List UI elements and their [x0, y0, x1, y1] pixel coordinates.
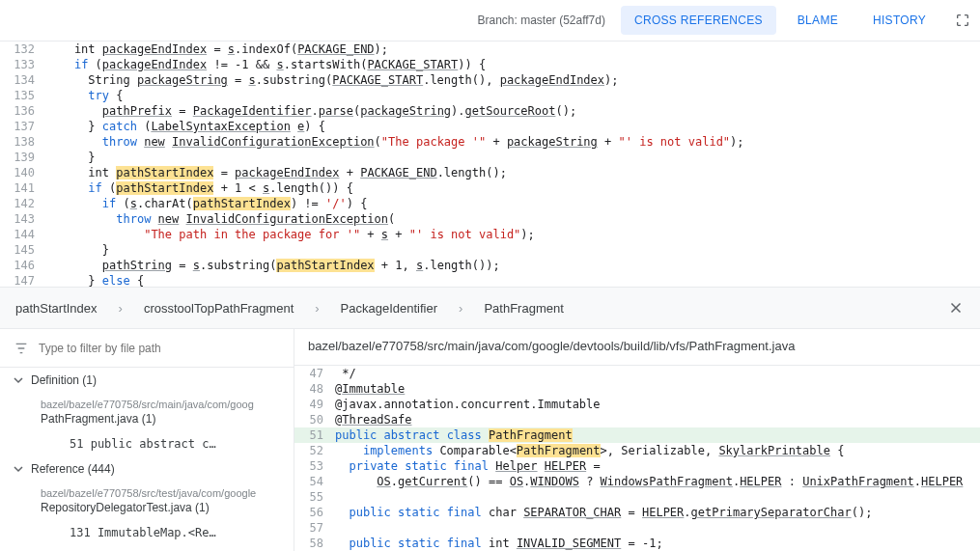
tab-blame[interactable]: BLAME [784, 6, 852, 35]
tree-section-definition[interactable]: Definition (1) [0, 368, 294, 393]
line-number: 134 [0, 72, 46, 88]
references-tree[interactable]: Definition (1) bazel/bazel/e770758/src/m… [0, 368, 294, 545]
detail-panel: bazel/bazel/e770758/src/main/java/com/go… [294, 329, 980, 551]
code-line: } catch (LabelSyntaxException e) { [46, 119, 325, 134]
tree-leaf[interactable]: 131 ImmutableMap.<Re… [0, 520, 294, 545]
line-number: 142 [0, 196, 46, 211]
code-line: pathPrefix = PackageIdentifier.parse(pac… [46, 103, 576, 119]
chevron-right-icon: › [119, 301, 123, 316]
chevron-right-icon: › [315, 301, 319, 316]
branch-label: Branch: master (52aff7d) [477, 14, 605, 27]
code-line: if (s.charAt(pathStartIndex) != '/') { [46, 196, 367, 211]
line-number: 132 [0, 41, 46, 57]
line-number: 147 [0, 273, 46, 287]
line-number: 52 [294, 443, 335, 458]
code-line: public static final int INVALID_SEGMENT … [335, 536, 663, 551]
breadcrumb-item[interactable]: PackageIdentifier [341, 301, 437, 316]
filter-input[interactable] [39, 342, 280, 355]
fullscreen-icon[interactable] [955, 13, 970, 28]
line-number: 140 [0, 165, 46, 180]
code-line: try { [46, 88, 124, 103]
filter-bar [0, 329, 294, 368]
line-number: 51 [294, 427, 335, 443]
section-label: Reference (444) [31, 462, 115, 476]
tree-leaf[interactable]: 51 public abstract c… [0, 431, 294, 456]
line-number: 141 [0, 180, 46, 196]
code-line: } else { [46, 273, 144, 287]
line-number: 55 [294, 489, 335, 505]
detail-code-view[interactable]: 47 */ 48@Immutable 49@javax.annotation.c… [294, 366, 980, 551]
tree-section-reference[interactable]: Reference (444) [0, 456, 294, 482]
line-number: 47 [294, 366, 335, 381]
line-number: 50 [294, 412, 335, 427]
file-name: RepositoryDelegatorTest.java (1) [41, 501, 210, 514]
line-number: 58 [294, 536, 335, 551]
tree-file[interactable]: bazel/bazel/e770758/src/test/java/com/go… [0, 482, 294, 520]
toolbar: Branch: master (52aff7d) CROSS REFERENCE… [0, 0, 980, 41]
line-number: 145 [0, 242, 46, 258]
breadcrumb-item[interactable]: pathStartIndex [15, 301, 98, 316]
line-number: 135 [0, 88, 46, 103]
line-number: 143 [0, 211, 46, 227]
line-number: 139 [0, 150, 46, 165]
main-code-view[interactable]: 132 int packageEndIndex = s.indexOf(PACK… [0, 41, 980, 287]
line-number: 138 [0, 134, 46, 150]
code-line: public static final char SEPARATOR_CHAR … [335, 505, 872, 520]
references-sidebar: Definition (1) bazel/bazel/e770758/src/m… [0, 329, 294, 551]
filter-icon[interactable] [14, 341, 29, 356]
line-number: 53 [294, 458, 335, 474]
breadcrumb-item[interactable]: PathFragment [484, 301, 563, 316]
tab-history[interactable]: HISTORY [859, 6, 939, 35]
code-line: throw new InvalidConfigurationException( [46, 211, 395, 227]
line-number: 48 [294, 381, 335, 397]
code-line: String packageString = s.substring(PACKA… [46, 72, 618, 88]
line-number: 137 [0, 119, 46, 134]
detail-file-path[interactable]: bazel/bazel/e770758/src/main/java/com/go… [294, 329, 980, 366]
code-line: OS.getCurrent() == OS.WINDOWS ? WindowsP… [335, 474, 963, 489]
line-number: 56 [294, 505, 335, 520]
code-line: throw new InvalidConfigurationException(… [46, 134, 744, 150]
code-line: if (pathStartIndex + 1 < s.length()) { [46, 180, 353, 196]
line-number: 144 [0, 227, 46, 242]
file-name: PathFragment.java (1) [41, 412, 155, 426]
code-line: int packageEndIndex = s.indexOf(PACKAGE_… [46, 41, 388, 57]
breadcrumb-item[interactable]: crosstoolTopPathFragment [144, 301, 294, 316]
chevron-right-icon: › [459, 301, 462, 316]
code-line: if (packageEndIndex != -1 && s.startsWit… [46, 57, 486, 72]
tab-cross-references[interactable]: CROSS REFERENCES [621, 6, 776, 35]
code-line: @javax.annotation.concurrent.Immutable [335, 397, 601, 412]
code-line: public abstract class PathFragment [335, 427, 573, 443]
code-line: @ThreadSafe [335, 412, 411, 427]
file-path: bazel/bazel/e770758/src/test/java/com/go… [41, 487, 280, 499]
code-line: pathString = s.substring(pathStartIndex … [46, 258, 500, 273]
line-number: 146 [0, 258, 46, 273]
code-line: } [46, 150, 96, 165]
breadcrumb-bar: pathStartIndex › crosstoolTopPathFragmen… [0, 287, 980, 329]
code-line: } [46, 242, 109, 258]
line-number: 54 [294, 474, 335, 489]
code-line: implements Comparable<PathFragment>, Ser… [335, 443, 844, 458]
code-line: "The path in the package for '" + s + "'… [46, 227, 535, 242]
line-number: 133 [0, 57, 46, 72]
code-line: private static final Helper HELPER = [335, 458, 601, 474]
code-line: @Immutable [335, 381, 405, 397]
line-number: 49 [294, 397, 335, 412]
file-path: bazel/bazel/e770758/src/main/java/com/go… [41, 399, 280, 410]
chevron-down-icon [14, 464, 23, 474]
close-icon[interactable] [947, 299, 965, 317]
chevron-down-icon [14, 375, 23, 385]
tree-file[interactable]: bazel/bazel/e770758/src/main/java/com/go… [0, 393, 294, 431]
line-number: 57 [294, 520, 335, 536]
line-number: 136 [0, 103, 46, 119]
section-label: Definition (1) [31, 373, 97, 387]
code-line: */ [335, 366, 356, 381]
code-line: int pathStartIndex = packageEndIndex + P… [46, 165, 507, 180]
